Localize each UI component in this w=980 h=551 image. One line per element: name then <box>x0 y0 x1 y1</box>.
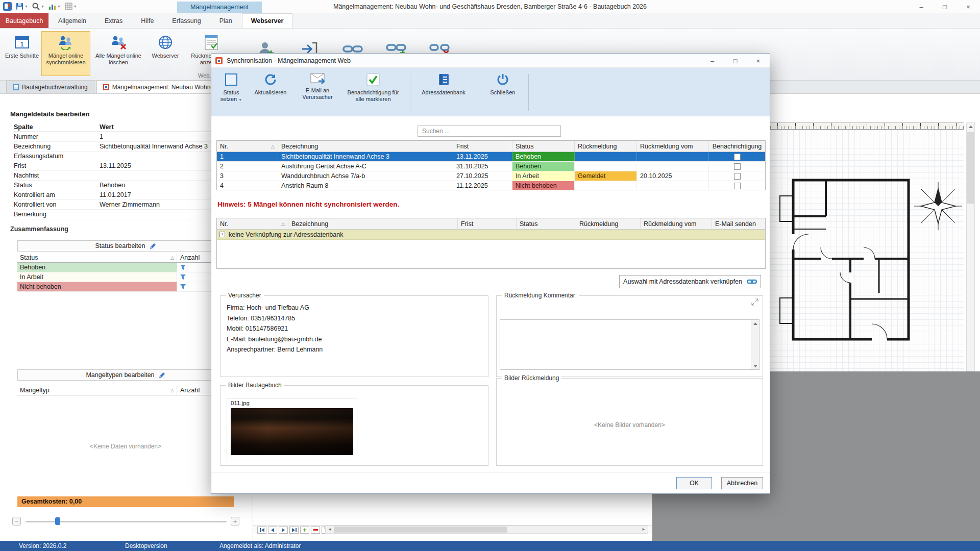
tab-allgemein[interactable]: Allgemein <box>50 13 95 28</box>
vertical-scrollbar[interactable] <box>966 122 975 371</box>
status-table-header[interactable]: Status△ Anzahl <box>17 253 234 263</box>
close-button[interactable]: × <box>957 0 980 13</box>
status-setzen-button[interactable]: Status setzen ▼ <box>216 71 246 114</box>
column-header[interactable]: Bezeichnung <box>288 218 458 229</box>
horizontal-scrollbar[interactable]: ◄ ► <box>325 525 648 534</box>
kommentar-groupbox: Rückmeldung Kommentar: <box>496 295 763 377</box>
minimize-button[interactable]: – <box>910 0 933 13</box>
table-row[interactable]: 4 Anstrich Raum 8 11.12.2025 Nicht behob… <box>217 181 765 190</box>
tab-erfassung[interactable]: Erfassung <box>163 13 209 28</box>
sort-ascending-icon: △ <box>271 144 275 149</box>
image-thumbnail-card[interactable]: 011.jpg <box>227 398 357 460</box>
column-header[interactable]: Nr.△ <box>217 141 278 152</box>
benachrichtigung-checkbox[interactable] <box>734 183 741 189</box>
tab-webserver[interactable]: Webserver <box>242 13 293 28</box>
search-input[interactable] <box>418 126 561 137</box>
status-bearbeiten-button[interactable]: Status bearbeiten <box>17 240 234 252</box>
filter-icon[interactable] <box>180 284 186 289</box>
delete-record-button[interactable] <box>311 527 320 534</box>
table-row[interactable]: 3 Wanddurchbruch Achse 7/a-b 27.10.2025 … <box>217 171 765 181</box>
dialog-minimize-button[interactable]: – <box>701 54 724 68</box>
filter-icon[interactable] <box>180 265 186 270</box>
quick-access-toolbar: ▼ ▼ ▼ ▼ <box>3 2 77 11</box>
zoom-slider-thumb[interactable] <box>55 517 60 525</box>
benachrichtigung-checkbox[interactable] <box>734 163 741 170</box>
app-menu-button[interactable]: Bautagebuch <box>0 13 48 28</box>
scrollbar-thumb[interactable] <box>967 132 974 204</box>
aktualisieren-button[interactable]: Aktualisieren <box>249 71 292 114</box>
schliessen-button[interactable]: Schließen <box>484 71 522 114</box>
scroll-right-icon[interactable]: ► <box>642 527 646 532</box>
adressdatenbank-verknuepfen-button[interactable]: Auswahl mit Adressdatenbank verknüpfen <box>619 275 761 288</box>
tab-extras[interactable]: Extras <box>96 13 131 28</box>
verursacher-groupbox: Verursacher Firma: Hoch- und Tiefbau AG … <box>220 295 488 377</box>
email-verursacher-button[interactable]: E-Mail an Verursacher <box>295 71 340 114</box>
tab-plan[interactable]: Plan <box>211 13 241 28</box>
scroll-up-icon[interactable] <box>751 320 759 327</box>
table-icon[interactable]: ▼ <box>65 3 77 10</box>
cancel-button[interactable]: Abbrechen <box>721 477 763 489</box>
save-icon[interactable]: ▼ <box>16 3 28 10</box>
status-row-in-arbeit[interactable]: In Arbeit <box>17 272 234 282</box>
app-icon[interactable] <box>3 2 12 11</box>
scroll-left-icon[interactable]: ◄ <box>328 527 332 532</box>
scroll-down-icon[interactable] <box>751 362 759 369</box>
erste-schritte-button[interactable]: 1 Erste Schritte <box>4 31 40 76</box>
dialog-maximize-button[interactable]: □ <box>724 54 747 68</box>
column-header[interactable]: E-Mail senden <box>712 218 765 229</box>
column-header[interactable]: Frist <box>458 218 517 229</box>
zoom-icon[interactable]: ▼ <box>32 3 44 10</box>
expand-textarea-icon[interactable] <box>751 298 758 306</box>
column-header[interactable]: Bezeichnung <box>278 141 453 152</box>
column-header[interactable]: Nr.△ <box>217 218 288 229</box>
adressdatenbank-button[interactable]: Adressdatenbank <box>417 71 470 114</box>
column-header[interactable]: Status <box>517 218 576 229</box>
status-row-nicht-behoben[interactable]: Nicht behoben <box>17 282 234 292</box>
expand-icon[interactable]: + <box>219 232 225 237</box>
column-header[interactable]: Benachrichtigung <box>709 141 765 152</box>
column-header[interactable]: Rückmeldung vom <box>637 141 709 152</box>
chart-icon[interactable]: ▼ <box>48 3 61 10</box>
ok-button[interactable]: OK <box>676 477 712 489</box>
dialog-title-bar[interactable]: Synchronisation - Mängelmanagement Web –… <box>211 54 770 68</box>
maengel-online-synchronisieren-button[interactable]: Mängel online synchronisieren <box>41 31 90 76</box>
table-row-selected[interactable]: 1 Sichtbetonqualität Innenwand Achse 3 1… <box>217 152 765 162</box>
first-record-button[interactable] <box>257 527 266 534</box>
benachrichtigung-checkbox[interactable] <box>734 154 741 160</box>
zoom-out-button[interactable]: − <box>12 517 21 525</box>
tab-bautagebuchverwaltung[interactable]: Bautagebuchverwaltung <box>6 81 94 93</box>
last-record-button[interactable] <box>289 527 299 534</box>
pencil-icon <box>150 243 156 249</box>
window-group-tab[interactable]: Mängelmanagement <box>177 2 262 13</box>
column-header[interactable]: Status <box>512 141 575 152</box>
alle-maengel-online-loeschen-button[interactable]: Alle Mängel online löschen <box>92 31 145 76</box>
tab-hilfe[interactable]: Hilfe <box>132 13 162 28</box>
benachrichtigung-markieren-button[interactable]: Benachrichtigung für alle markieren <box>343 71 403 114</box>
add-record-button[interactable]: + <box>300 527 309 534</box>
column-header[interactable]: Rückmeldung vom <box>641 218 712 229</box>
status-row-behoben[interactable]: Behoben <box>17 263 234 272</box>
previous-record-button[interactable] <box>268 527 277 534</box>
panel-title: Mangeldetails bearbeiten <box>10 110 89 118</box>
mangeltypen-bearbeiten-button[interactable]: Mangeltypen bearbeiten <box>17 369 234 381</box>
maengel-sync-table: Nr.△ Bezeichnung Frist Status Rückmeldun… <box>216 140 766 190</box>
textarea-scrollbar[interactable] <box>751 320 759 369</box>
next-record-button[interactable] <box>279 527 288 534</box>
dialog-close-button[interactable]: × <box>747 54 770 68</box>
scroll-up-icon[interactable] <box>967 123 974 131</box>
maximize-button[interactable]: □ <box>933 0 957 13</box>
image-thumbnail[interactable] <box>231 408 353 455</box>
table-row[interactable]: 2 Ausführung Gerüst Achse A-C 31.10.2025… <box>217 162 765 171</box>
mangeltyp-table-header[interactable]: Mangeltyp△ Anzahl <box>17 386 234 395</box>
scrollbar-thumb[interactable] <box>334 527 507 533</box>
sort-ascending-icon: △ <box>170 388 174 393</box>
benachrichtigung-checkbox[interactable] <box>734 173 741 180</box>
webserver-button[interactable]: Webserver <box>146 31 184 76</box>
filter-icon[interactable] <box>180 274 186 280</box>
zoom-in-button[interactable]: + <box>231 517 239 525</box>
column-header[interactable]: Frist <box>453 141 512 152</box>
column-header[interactable]: Rückmeldung <box>575 141 637 152</box>
column-header[interactable]: Rückmeldung <box>576 218 641 229</box>
kommentar-textarea[interactable] <box>500 319 760 370</box>
group-row[interactable]: + keine Verknüpfung zur Adressdatenbank <box>217 230 765 240</box>
